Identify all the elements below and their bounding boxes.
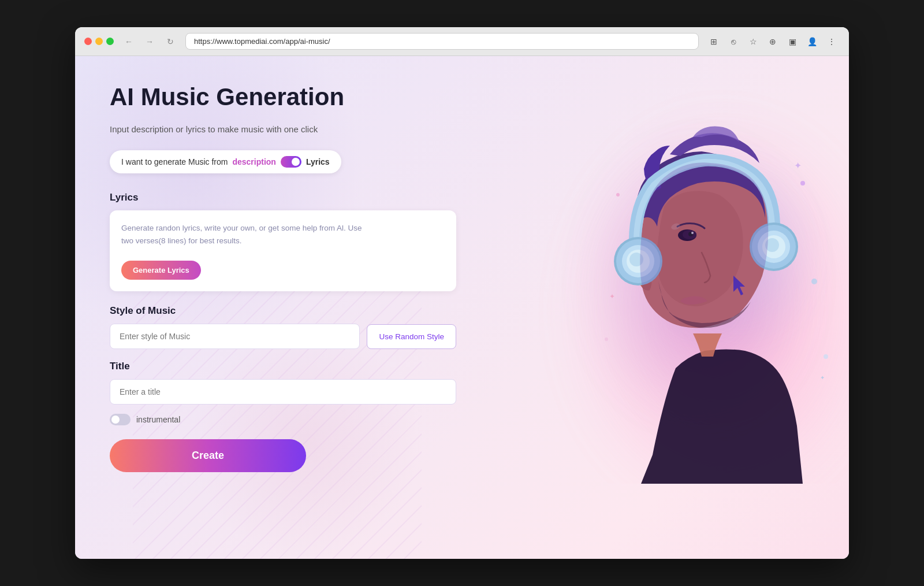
toggle-description: description [232, 157, 275, 166]
main-content: AI Music Generation Input description or… [75, 56, 849, 559]
svg-point-21 [824, 354, 828, 359]
cursor-arrow [733, 276, 751, 298]
svg-point-18 [616, 193, 620, 196]
use-random-style-button[interactable]: Use Random Style [367, 324, 456, 349]
svg-point-19 [811, 279, 817, 284]
extensions-icon[interactable]: ⊕ [765, 34, 781, 50]
browser-nav: ← → ↻ [121, 34, 178, 50]
lyrics-placeholder: Generate randon lyrics, write your own, … [121, 222, 445, 247]
lyrics-section-label: Lyrics [110, 192, 456, 203]
mode-toggle-switch[interactable] [281, 156, 301, 168]
svg-text:✦: ✦ [820, 374, 825, 381]
browser-content: AI Music Generation Input description or… [75, 56, 849, 559]
toggle-lyrics-label: Lyrics [306, 157, 330, 166]
sidebar-icon[interactable]: ▣ [784, 34, 800, 50]
svg-point-20 [605, 337, 608, 341]
style-row: Use Random Style [110, 324, 456, 349]
traffic-lights [84, 38, 114, 45]
title-section-label: Title [110, 361, 456, 372]
menu-icon[interactable]: ⋮ [824, 34, 840, 50]
lyrics-box[interactable]: Generate randon lyrics, write your own, … [110, 210, 456, 291]
toggle-prefix: I want to generate Music from [121, 157, 228, 166]
svg-point-17 [800, 181, 805, 186]
svg-text:✦: ✦ [609, 292, 615, 301]
hero-image: ✦ ✦ ✦ [537, 79, 849, 484]
mode-toggle-row: I want to generate Music from descriptio… [110, 150, 341, 173]
back-button[interactable]: ← [121, 34, 137, 50]
browser-chrome: ← → ↻ https://www.topmediai.com/app/ai-m… [75, 27, 849, 56]
page-title: AI Music Generation [110, 84, 456, 110]
forward-button[interactable]: → [141, 34, 158, 50]
subtitle: Input description or lyrics to make musi… [110, 124, 456, 134]
svg-text:✦: ✦ [794, 161, 802, 170]
right-panel: ✦ ✦ ✦ [491, 56, 849, 559]
create-button[interactable]: Create [110, 439, 306, 472]
profile-icon[interactable]: 👤 [804, 34, 820, 50]
style-section-label: Style of Music [110, 305, 456, 317]
bookmark-icon[interactable]: ⊞ [706, 34, 722, 50]
instrumental-label: instrumental [136, 415, 180, 424]
left-panel: AI Music Generation Input description or… [75, 56, 491, 559]
style-input[interactable] [110, 324, 360, 349]
star-icon[interactable]: ☆ [745, 34, 761, 50]
minimize-button[interactable] [95, 38, 103, 45]
generate-lyrics-button[interactable]: Generate Lyrics [121, 261, 201, 280]
instrumental-row: instrumental [110, 414, 456, 425]
close-button[interactable] [84, 38, 92, 45]
share-icon[interactable]: ⎋ [725, 34, 742, 50]
maximize-button[interactable] [106, 38, 114, 45]
instrumental-toggle[interactable] [110, 414, 131, 425]
refresh-button[interactable]: ↻ [162, 34, 178, 50]
browser-actions: ⊞ ⎋ ☆ ⊕ ▣ 👤 ⋮ [706, 34, 840, 50]
title-input[interactable] [110, 379, 456, 405]
address-bar[interactable]: https://www.topmediai.com/app/ai-music/ [185, 33, 699, 50]
browser-window: ← → ↻ https://www.topmediai.com/app/ai-m… [75, 27, 849, 559]
